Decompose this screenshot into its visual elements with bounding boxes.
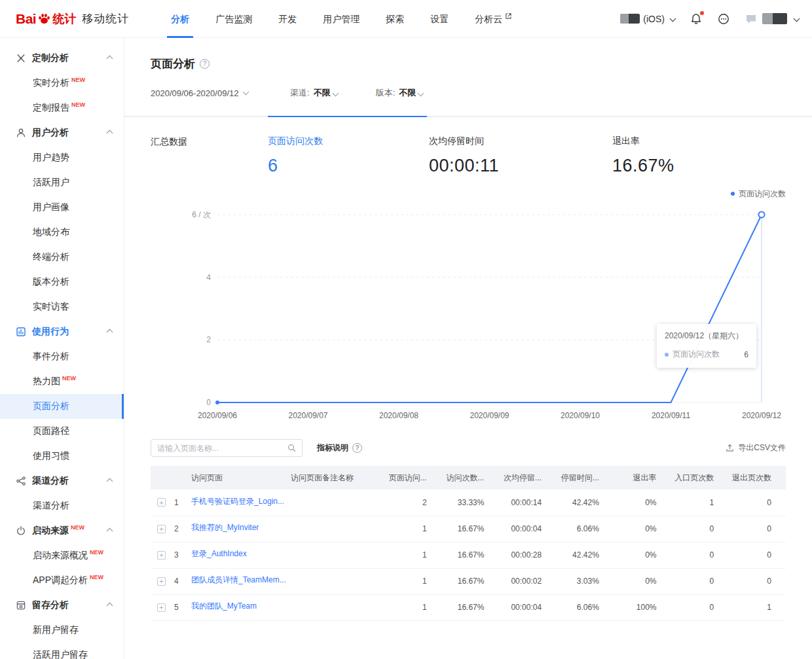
cell-avg-stay: 00:00:14 (498, 490, 556, 516)
redacted-app-name (620, 14, 640, 24)
sidebar-item-label: 使用习惯 (33, 450, 69, 462)
top-nav-item[interactable]: 分析云 (462, 0, 525, 38)
expand-row-button[interactable] (157, 577, 166, 586)
top-nav-item[interactable]: 开发 (265, 0, 310, 38)
collapse-chevron-icon (107, 329, 113, 335)
svg-text:0: 0 (206, 398, 211, 407)
expand-row-button[interactable] (157, 525, 166, 533)
export-csv-label: 导出CSV文件 (738, 442, 786, 454)
app-selector[interactable]: (iOS) (620, 14, 675, 24)
sidebar-item[interactable]: 新用户留存 (0, 618, 124, 643)
svg-text:2020/09/06: 2020/09/06 (198, 411, 237, 420)
sidebar-item-label: 活跃用户 (33, 177, 69, 188)
help-menu-button[interactable] (717, 12, 730, 26)
line-chart[interactable]: 0246 / 次2020/09/062020/09/072020/09/0820… (151, 202, 786, 422)
page-note (291, 594, 384, 620)
nav-item-label: 设置 (430, 0, 449, 38)
search-icon[interactable] (287, 444, 296, 452)
sidebar-item[interactable]: 活跃用户 (0, 170, 124, 195)
expand-row-button[interactable] (157, 498, 166, 507)
new-badge: NEW (71, 77, 85, 83)
sidebar-group-label: 定制分析 (32, 52, 69, 64)
sidebar-item[interactable]: 热力图 NEW (0, 369, 124, 394)
user-account-menu[interactable] (745, 12, 799, 26)
row-index: 1 (174, 490, 191, 516)
notification-bell-button[interactable] (690, 12, 703, 26)
page-link[interactable]: 手机号验证码登录_Login... (191, 496, 284, 507)
sidebar-item[interactable]: 渠道分析 (0, 493, 124, 518)
metric-tab-page-views[interactable]: 页面访问次数 6 (268, 135, 429, 176)
sidebar-item[interactable]: 实时分析 NEW (0, 71, 124, 96)
sidebar-group-header[interactable]: 启动来源 NEW (0, 518, 124, 543)
top-nav-item[interactable]: 探索 (373, 0, 417, 38)
sidebar-item[interactable]: 使用习惯 (0, 444, 124, 469)
sidebar-group-header[interactable]: 渠道分析 (0, 469, 124, 493)
cell-entry-count: 0 (671, 516, 729, 542)
sidebar-group-label: 用户分析 (32, 127, 69, 139)
top-bar: Bai 统计 移动统计 分析 广告监测 开发 用户管理 探索 设置 分析云 (0, 0, 812, 38)
sidebar-group-header[interactable]: 定制分析 (0, 46, 124, 71)
sidebar-item[interactable]: 用户画像 (0, 195, 124, 220)
page-link[interactable]: 我推荐的_MyInviter (191, 522, 259, 533)
sidebar-group-label: 使用行为 (32, 326, 69, 338)
page-link[interactable]: 团队成员详情_TeamMem... (191, 575, 286, 586)
cell-visits: 1 (384, 594, 441, 620)
expand-row-button[interactable] (157, 603, 166, 612)
index-column-header (174, 466, 191, 490)
sidebar-item[interactable]: 版本分析 (0, 270, 124, 294)
metric-help-icon[interactable] (352, 443, 362, 453)
top-nav-item[interactable]: 用户管理 (310, 0, 373, 38)
metric-name: 页面访问次数 (268, 135, 429, 147)
cell-visit-pct: 16.67% (441, 594, 499, 620)
sidebar-item-label: 实时分析 (33, 77, 69, 89)
chevron-down-icon (670, 16, 676, 22)
sidebar-group-header[interactable]: 用户分析 (0, 120, 124, 145)
metric-tab-exit-rate[interactable]: 退出率 16.67% (612, 135, 674, 176)
table-row: 5 我的团队_MyTeam 1 16.67% 00:00:04 6.06% 10… (151, 594, 786, 620)
sidebar-item[interactable]: 用户趋势 (0, 145, 124, 170)
page-link[interactable]: 登录_AuthIndex (191, 548, 247, 560)
sidebar-item-label: 活跃用户留存 (33, 649, 88, 659)
sidebar-item[interactable]: 页面路径 (0, 419, 124, 444)
sidebar-item-label: 用户画像 (33, 202, 69, 213)
cell-exit-rate: 0% (614, 542, 671, 568)
new-badge: NEW (62, 375, 76, 382)
sidebar-item[interactable]: APP调起分析 NEW (0, 568, 124, 593)
search-input[interactable] (157, 444, 287, 453)
sidebar-item[interactable]: 终端分析 (0, 245, 124, 270)
sidebar-item[interactable]: 定制报告 NEW (0, 96, 124, 120)
page-link[interactable]: 我的团队_MyTeam (191, 601, 257, 612)
page-help-icon[interactable] (200, 59, 210, 69)
top-nav-item[interactable]: 分析 (158, 0, 202, 38)
metric-tab-avg-stay-time[interactable]: 次均停留时间 00:00:11 (429, 135, 612, 176)
svg-text:4: 4 (206, 273, 211, 282)
sidebar-item[interactable]: 启动来源概况 NEW (0, 543, 124, 568)
sidebar-item[interactable]: 页面分析 (0, 394, 124, 419)
baidu-tongji-logo[interactable]: Bai 统计 移动统计 (16, 11, 129, 27)
sidebar-item[interactable]: 活跃用户留存 (0, 643, 124, 659)
sidebar-group-header[interactable]: 留存分析 (0, 593, 124, 618)
sidebar-item[interactable]: 地域分布 (0, 220, 124, 245)
behavior-icon (16, 327, 26, 337)
export-csv-button[interactable]: 导出CSV文件 (726, 442, 786, 454)
top-nav-item[interactable]: 广告监测 (202, 0, 265, 38)
top-nav-item[interactable]: 设置 (417, 0, 462, 38)
chevron-down-icon (418, 90, 424, 96)
metric-value: 16.67% (612, 156, 674, 176)
main-content: 页面分析 2020/09/06-2020/09/12 渠道: 不限 版本: 不限 (124, 38, 812, 659)
column-header: 入口页次数 (671, 466, 729, 490)
version-filter-value: 不限 (399, 87, 416, 99)
svg-text:2: 2 (206, 335, 211, 344)
chart-legend[interactable]: 页面访问次数 (151, 189, 786, 198)
channel-filter[interactable]: 渠道: 不限 (290, 87, 338, 99)
date-range-filter[interactable]: 2020/09/06-2020/09/12 (151, 88, 248, 98)
sidebar-item[interactable]: 实时访客 (0, 294, 124, 319)
version-filter[interactable]: 版本: 不限 (376, 87, 424, 99)
series-dot-icon (665, 353, 669, 357)
legend-series-label: 页面访问次数 (739, 188, 786, 200)
sidebar-group-header[interactable]: 使用行为 (0, 319, 124, 344)
cell-exit-rate: 100% (614, 594, 671, 620)
expand-row-button[interactable] (157, 551, 166, 560)
sidebar-item[interactable]: 事件分析 (0, 344, 124, 369)
top-nav: 分析 广告监测 开发 用户管理 探索 设置 分析云 (158, 0, 525, 38)
